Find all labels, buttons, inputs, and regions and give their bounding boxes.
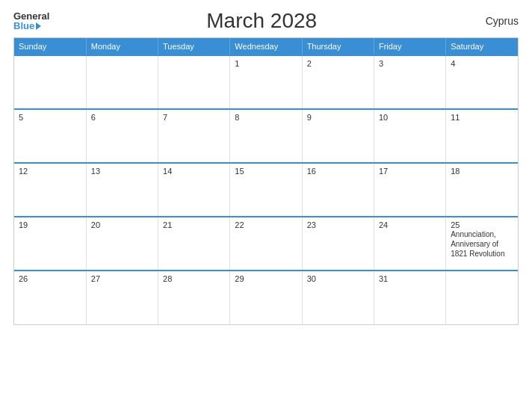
table-row (158, 55, 230, 109)
table-row: 28 (158, 271, 230, 324)
table-row: 10 (374, 109, 445, 163)
table-row: 24 (374, 217, 445, 271)
col-tuesday: Tuesday (158, 38, 230, 55)
col-thursday: Thursday (302, 38, 374, 55)
day-number: 16 (307, 167, 369, 176)
day-number: 20 (91, 220, 153, 229)
table-row: 7 (158, 109, 230, 163)
day-number: 25 (451, 220, 513, 229)
calendar-header: Sunday Monday Tuesday Wednesday Thursday… (14, 38, 518, 55)
calendar-row: 12131415161718 (14, 163, 518, 217)
col-saturday: Saturday (446, 38, 518, 55)
day-number: 22 (235, 220, 297, 229)
table-row (14, 55, 86, 109)
day-number: 19 (19, 220, 81, 229)
day-number: 5 (19, 113, 81, 122)
day-number: 27 (91, 274, 153, 283)
logo-blue-text: Blue (13, 21, 34, 31)
table-row: 15 (230, 163, 302, 217)
table-row: 25Annunciation, Anniversary of 1821 Revo… (446, 217, 518, 271)
calendar-row: 1234 (14, 55, 518, 109)
col-wednesday: Wednesday (230, 38, 302, 55)
day-number: 6 (91, 113, 153, 122)
day-number: 15 (235, 167, 297, 176)
table-row: 31 (374, 271, 445, 324)
table-row: 3 (374, 55, 445, 109)
table-row: 27 (86, 271, 158, 324)
table-row: 18 (446, 163, 518, 217)
day-number: 1 (235, 59, 297, 68)
calendar-body: 1234567891011121314151617181920212223242… (14, 55, 518, 324)
day-number: 14 (163, 167, 225, 176)
table-row (446, 271, 518, 324)
table-row: 13 (86, 163, 158, 217)
day-number: 9 (307, 113, 369, 122)
event-label: Annunciation, Anniversary of 1821 Revolu… (451, 230, 504, 258)
day-number: 26 (19, 274, 81, 283)
table-row: 17 (374, 163, 445, 217)
table-row: 23 (302, 217, 374, 271)
col-friday: Friday (374, 38, 445, 55)
calendar-table: Sunday Monday Tuesday Wednesday Thursday… (14, 38, 518, 324)
page-title: March 2028 (49, 9, 474, 33)
day-number: 3 (379, 59, 441, 68)
logo: General Blue (13, 11, 49, 31)
table-row: 9 (302, 109, 374, 163)
day-number: 28 (163, 274, 225, 283)
day-number: 21 (163, 220, 225, 229)
calendar-row: 567891011 (14, 109, 518, 163)
page-header: General Blue March 2028 Cyprus (0, 0, 532, 37)
table-row: 16 (302, 163, 374, 217)
table-row: 11 (446, 109, 518, 163)
day-number: 31 (379, 274, 441, 283)
day-number: 2 (307, 59, 369, 68)
calendar: Sunday Monday Tuesday Wednesday Thursday… (13, 37, 519, 325)
table-row: 22 (230, 217, 302, 271)
table-row (86, 55, 158, 109)
day-number: 8 (235, 113, 297, 122)
table-row: 20 (86, 217, 158, 271)
table-row: 14 (158, 163, 230, 217)
table-row: 6 (86, 109, 158, 163)
table-row: 12 (14, 163, 86, 217)
day-number: 18 (451, 167, 513, 176)
day-number: 10 (379, 113, 441, 122)
day-number: 23 (307, 220, 369, 229)
table-row: 19 (14, 217, 86, 271)
table-row: 29 (230, 271, 302, 324)
day-number: 12 (19, 167, 81, 176)
table-row: 21 (158, 217, 230, 271)
logo-triangle-icon (36, 22, 41, 30)
table-row: 2 (302, 55, 374, 109)
day-number: 17 (379, 167, 441, 176)
table-row: 30 (302, 271, 374, 324)
col-monday: Monday (86, 38, 158, 55)
country-label: Cyprus (474, 15, 519, 27)
table-row: 1 (230, 55, 302, 109)
day-number: 4 (451, 59, 513, 68)
day-number: 30 (307, 274, 369, 283)
day-number: 11 (451, 113, 513, 122)
day-number: 24 (379, 220, 441, 229)
col-sunday: Sunday (14, 38, 86, 55)
table-row: 4 (446, 55, 518, 109)
day-number: 13 (91, 167, 153, 176)
day-number: 7 (163, 113, 225, 122)
table-row: 5 (14, 109, 86, 163)
table-row: 8 (230, 109, 302, 163)
table-row: 26 (14, 271, 86, 324)
calendar-row: 19202122232425Annunciation, Anniversary … (14, 217, 518, 271)
calendar-row: 262728293031 (14, 271, 518, 324)
day-number: 29 (235, 274, 297, 283)
